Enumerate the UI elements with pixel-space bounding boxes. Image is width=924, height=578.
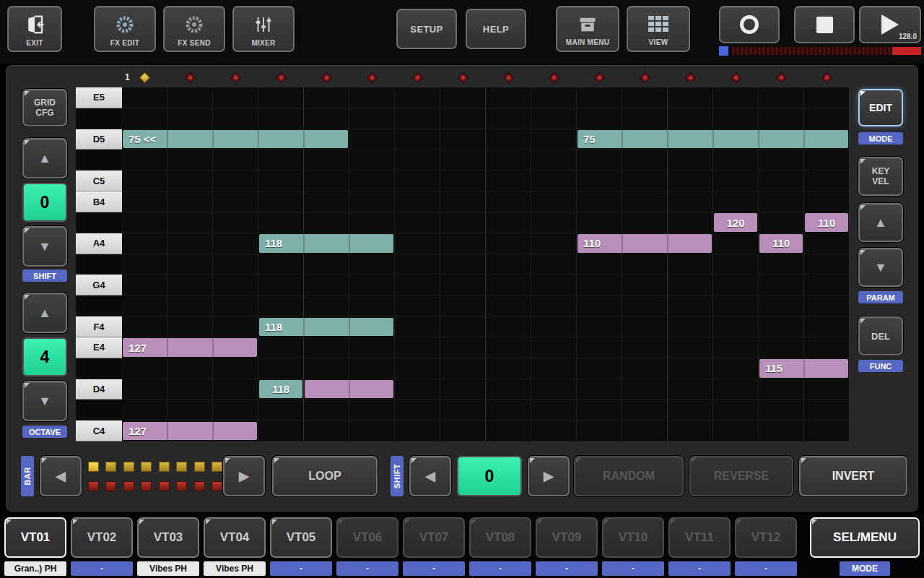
grid-cell[interactable] bbox=[258, 212, 304, 233]
grid-cell[interactable] bbox=[258, 87, 304, 108]
grid-cell[interactable] bbox=[167, 400, 213, 420]
grid-cell[interactable] bbox=[258, 420, 304, 441]
grid-cell[interactable] bbox=[804, 275, 850, 296]
grid-cell[interactable] bbox=[622, 337, 668, 358]
grid-cell[interactable] bbox=[531, 254, 577, 275]
grid-cell[interactable] bbox=[531, 420, 577, 441]
grid-cell[interactable] bbox=[349, 150, 395, 171]
shift-value-display[interactable]: 0 bbox=[22, 183, 67, 222]
grid-cell[interactable] bbox=[486, 171, 531, 191]
grid-cell[interactable] bbox=[668, 150, 713, 171]
grid-cell[interactable] bbox=[713, 400, 759, 420]
grid-cell[interactable] bbox=[349, 212, 395, 233]
grid-cell[interactable] bbox=[167, 316, 213, 337]
shift-up-button[interactable]: ▲ bbox=[22, 138, 67, 178]
grid-cell[interactable] bbox=[759, 275, 804, 296]
bar-indicator-icon[interactable] bbox=[159, 462, 170, 472]
grid-cell[interactable] bbox=[713, 379, 759, 400]
grid-cell[interactable] bbox=[713, 150, 759, 171]
grid-cell[interactable] bbox=[531, 150, 577, 171]
track-tab-vt08[interactable]: VT08 bbox=[469, 517, 531, 558]
grid-cell[interactable] bbox=[167, 379, 213, 400]
grid-cell[interactable] bbox=[349, 108, 395, 129]
grid-cell[interactable] bbox=[213, 191, 258, 212]
grid-cell[interactable] bbox=[167, 87, 213, 108]
reverse-button[interactable]: REVERSE bbox=[689, 456, 793, 496]
grid-cell[interactable] bbox=[213, 358, 258, 379]
grid-cell[interactable] bbox=[486, 316, 531, 337]
bar-indicator-icon[interactable] bbox=[212, 481, 222, 491]
grid-cell[interactable] bbox=[531, 358, 577, 379]
grid-cell[interactable] bbox=[577, 191, 622, 212]
grid-cell[interactable] bbox=[622, 296, 668, 316]
grid-cell[interactable] bbox=[395, 191, 440, 212]
grid-cell[interactable] bbox=[577, 254, 622, 275]
track-tab-vt03[interactable]: VT03 bbox=[137, 517, 199, 558]
grid-cell[interactable] bbox=[440, 108, 486, 129]
grid-cell[interactable] bbox=[622, 254, 668, 275]
grid-cell[interactable] bbox=[440, 379, 486, 400]
shift-left-button[interactable]: ◀ bbox=[409, 456, 451, 496]
grid-cell[interactable] bbox=[122, 191, 167, 212]
grid-cell[interactable] bbox=[258, 191, 304, 212]
grid-cell[interactable] bbox=[668, 171, 713, 191]
grid-cell[interactable] bbox=[349, 87, 395, 108]
grid-cell[interactable] bbox=[167, 191, 213, 212]
grid-cell[interactable] bbox=[531, 296, 577, 316]
grid-cell[interactable] bbox=[122, 296, 167, 316]
grid-cell[interactable] bbox=[440, 150, 486, 171]
step-marker-icon[interactable] bbox=[367, 72, 378, 83]
step-marker-icon[interactable] bbox=[594, 72, 606, 83]
grid-cell[interactable] bbox=[304, 296, 349, 316]
grid-cell[interactable] bbox=[167, 296, 213, 316]
step-marker-icon[interactable] bbox=[412, 72, 424, 83]
bar-indicator-icon[interactable] bbox=[123, 462, 134, 472]
grid-cell[interactable] bbox=[440, 212, 486, 233]
grid-cell[interactable] bbox=[395, 108, 440, 129]
grid-cell[interactable] bbox=[213, 254, 258, 275]
grid-cell[interactable] bbox=[304, 358, 349, 379]
grid-cell[interactable] bbox=[258, 400, 304, 420]
grid-cell[interactable] bbox=[213, 87, 258, 108]
grid-cell[interactable] bbox=[622, 191, 668, 212]
grid-cell[interactable] bbox=[759, 296, 804, 316]
grid-cell[interactable] bbox=[804, 316, 850, 337]
grid-cell[interactable] bbox=[167, 212, 213, 233]
grid-cell[interactable] bbox=[531, 379, 577, 400]
grid-cell[interactable] bbox=[759, 420, 804, 441]
grid-cell[interactable] bbox=[486, 358, 531, 379]
grid-cell[interactable] bbox=[395, 379, 440, 400]
grid-cell[interactable] bbox=[804, 171, 850, 191]
note-cell[interactable] bbox=[305, 380, 393, 398]
grid-cell[interactable] bbox=[304, 337, 349, 358]
record-button[interactable] bbox=[719, 6, 780, 43]
grid-cell[interactable] bbox=[577, 87, 622, 108]
grid-cell[interactable] bbox=[440, 254, 486, 275]
key-vel-button[interactable]: KEY VEL bbox=[858, 157, 903, 196]
octave-down-button[interactable]: ▼ bbox=[22, 381, 67, 421]
grid-cell[interactable] bbox=[167, 150, 213, 171]
grid-cell[interactable] bbox=[258, 358, 304, 379]
track-tab-vt01[interactable]: VT01 bbox=[4, 517, 66, 558]
grid-cell[interactable] bbox=[577, 420, 622, 441]
bar-prev-button[interactable]: ◀ bbox=[40, 456, 82, 496]
grid-cell[interactable] bbox=[349, 129, 395, 150]
grid-cell[interactable] bbox=[577, 379, 622, 400]
step-marker-icon[interactable] bbox=[276, 72, 287, 83]
grid-cell[interactable] bbox=[713, 420, 759, 441]
step-marker-icon[interactable] bbox=[185, 72, 196, 83]
grid-cell[interactable] bbox=[349, 400, 395, 420]
grid-cell[interactable] bbox=[213, 233, 258, 254]
grid-cell[interactable] bbox=[713, 296, 759, 316]
grid-cell[interactable] bbox=[349, 337, 395, 358]
grid-cell[interactable] bbox=[395, 233, 440, 254]
grid-cell[interactable] bbox=[349, 358, 395, 379]
grid-cell[interactable] bbox=[668, 420, 713, 441]
grid-cell[interactable] bbox=[122, 275, 167, 296]
grid-cell[interactable] bbox=[577, 296, 622, 316]
sel-menu-button[interactable]: SEL/MENU bbox=[810, 517, 920, 558]
grid-cell[interactable] bbox=[395, 150, 440, 171]
grid-cell[interactable] bbox=[759, 254, 804, 275]
grid-cell[interactable] bbox=[713, 275, 759, 296]
grid-cell[interactable] bbox=[258, 296, 304, 316]
